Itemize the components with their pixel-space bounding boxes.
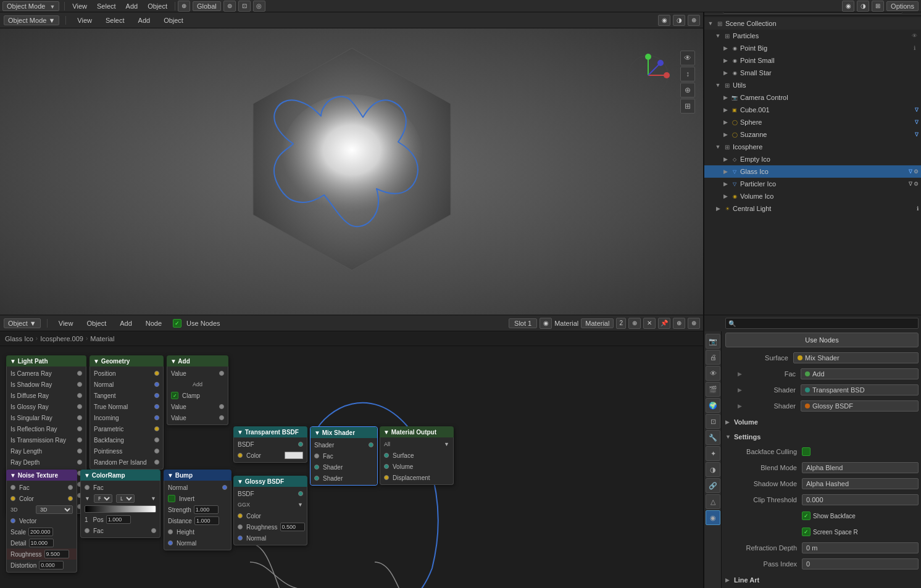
props-physics-icon[interactable]: ◑ <box>706 462 720 477</box>
noise-roughness-input[interactable] <box>44 550 69 558</box>
node-menu-select[interactable]: Object <box>81 318 111 328</box>
pass-index-value[interactable]: 0 <box>802 558 919 569</box>
tree-camera-control[interactable]: ▶ 📷 Camera Control <box>704 91 921 104</box>
noise-detail-input[interactable] <box>29 539 54 547</box>
tree-volume-ico[interactable]: ▶ ◉ Volume Ico <box>704 190 921 202</box>
vp-menu-add[interactable]: Add <box>133 15 156 25</box>
node-menu-add[interactable]: Add <box>115 318 137 328</box>
transform-icon[interactable]: ⊕ <box>178 1 190 12</box>
node-slot-icon[interactable]: ◉ <box>540 318 552 329</box>
props-data-icon[interactable]: △ <box>706 494 720 509</box>
noise-3d-select[interactable]: 3D <box>36 505 73 514</box>
transform-global[interactable]: Global <box>193 1 221 11</box>
props-search[interactable] <box>725 318 919 329</box>
tree-particles[interactable]: ▼ ⊞ Particles 👁 <box>704 30 921 42</box>
shadow-mode-value[interactable]: Alpha Hashed <box>802 478 919 489</box>
tree-scene-collection[interactable]: ▼ ⊞ Scene Collection <box>704 17 921 30</box>
viewport-gizmo[interactable] <box>623 51 673 100</box>
node-bump[interactable]: ▼ Bump Normal Invert Strength Distance <box>164 470 231 550</box>
props-world-icon[interactable]: 🌍 <box>706 398 720 413</box>
props-output-icon[interactable]: 🖨 <box>706 350 720 365</box>
noise-distortion-input[interactable] <box>39 561 64 569</box>
proportional-icon[interactable]: ◎ <box>253 1 265 12</box>
editor-type[interactable]: ⊞ <box>872 1 884 12</box>
use-nodes-btn[interactable]: Use Nodes <box>725 333 919 347</box>
tree-utils[interactable]: ▼ ⊞ Utils <box>704 79 921 91</box>
options-btn[interactable]: Options <box>886 1 919 11</box>
breadcrumb-0[interactable]: Glass Ico <box>5 335 33 342</box>
node-menu-node[interactable]: Node <box>141 318 167 328</box>
props-particles-icon[interactable]: ✦ <box>706 446 720 461</box>
breadcrumb-1[interactable]: Icosphere.009 <box>40 335 83 342</box>
surface-value[interactable]: Mix Shader <box>793 352 919 363</box>
node-menu-view[interactable]: View <box>54 318 78 328</box>
vp-render-mode2[interactable]: ◑ <box>673 15 685 26</box>
tree-empty-ico[interactable]: ▶ ◇ Empty Ico <box>704 153 921 165</box>
node-editor[interactable]: Object ▼ View Object Add Node ✓ Use Node… <box>0 315 704 588</box>
node-canvas[interactable]: ▼ Light Path Is Camera Ray Is Shadow Ray… <box>0 346 704 588</box>
shader2-value[interactable]: Glossy BSDF <box>801 400 919 412</box>
node-material-output[interactable]: ▼ Material Output All ▼ Surface Volume D <box>380 426 454 485</box>
viewport-icon-3[interactable]: ⊕ <box>680 83 695 97</box>
menu-select[interactable]: Select <box>92 1 121 11</box>
props-scene-icon[interactable]: 🎬 <box>706 382 720 397</box>
shader1-value[interactable]: Transparent BSD <box>801 384 919 395</box>
node-glossy-bsdf[interactable]: ▼ Glossy BSDF BSDF GGX ▼ Color Roughness <box>233 476 307 545</box>
node-right-icons[interactable]: ⊕ <box>673 318 685 329</box>
gl-roughness-input[interactable] <box>280 523 305 531</box>
viewport-shading[interactable]: ◑ <box>857 1 869 12</box>
cr-pos-input[interactable] <box>106 515 131 524</box>
mode-selector[interactable]: Object Mode ▼ <box>2 1 59 11</box>
show-backface-checkbox[interactable]: ✓ <box>802 511 811 520</box>
bump-strength-input[interactable] <box>194 505 219 514</box>
tree-glass-ico[interactable]: ▶ ▽ Glass Ico ∇ ⚙ <box>704 165 921 178</box>
clip-threshold-value[interactable]: 0.000 <box>802 494 919 505</box>
cr-linear-select[interactable]: Linear <box>116 494 135 503</box>
tree-small-star[interactable]: ▶ ◉ Small Star <box>704 67 921 79</box>
node-mix-shader[interactable]: ▼ Mix Shader Shader Fac Shader Shader <box>310 426 378 486</box>
vp-overlay-icon[interactable]: ⊕ <box>688 15 700 26</box>
tree-point-big[interactable]: ▶ ◉ Point Big ℹ <box>704 42 921 54</box>
node-transparent-bsdf[interactable]: ▼ Transparent BSDF BSDF Color <box>233 426 307 463</box>
snap-icon[interactable]: ⊡ <box>238 1 251 12</box>
vp-menu-select[interactable]: Select <box>101 15 130 25</box>
tree-point-small[interactable]: ▶ ◉ Point Small <box>704 54 921 67</box>
viewport-3d[interactable]: Object Mode ▼ View Select Add Object ◉ ◑… <box>0 12 704 315</box>
props-render-icon[interactable]: 📷 <box>706 334 720 349</box>
volume-section[interactable]: ▶ Volume <box>725 415 919 429</box>
menu-view[interactable]: View <box>67 1 92 11</box>
pivot-icon[interactable]: ⊚ <box>223 1 236 12</box>
blend-mode-value[interactable]: Alpha Blend <box>802 462 919 473</box>
vp-render-mode[interactable]: ◉ <box>658 15 670 26</box>
tree-cube001[interactable]: ▶ ▣ Cube.001 ∇ <box>704 104 921 116</box>
node-pin-icon[interactable]: 📌 <box>658 318 670 329</box>
node-noise-texture[interactable]: ▼ Noise Texture Fac Color 3D 3D <box>6 470 77 573</box>
node-add[interactable]: ▼ Add Value Add ✓ Clamp Value <box>167 355 228 425</box>
render-icon[interactable]: ◉ <box>842 1 854 12</box>
viewport-icon-1[interactable]: 👁 <box>680 51 695 65</box>
tree-sphere[interactable]: ▶ ◯ Sphere ∇ <box>704 116 921 128</box>
tree-icosphere[interactable]: ▼ ⊞ Icosphere <box>704 141 921 153</box>
viewport-icon-2[interactable]: ↕ <box>680 67 695 81</box>
menu-object[interactable]: Object <box>143 1 172 11</box>
bump-distance-input[interactable] <box>194 516 219 525</box>
node-mode-btn[interactable]: Object ▼ <box>4 318 41 328</box>
node-geometry[interactable]: ▼ Geometry Position Normal Tangent True … <box>90 355 164 470</box>
settings-section[interactable]: ▼ Settings <box>725 430 919 444</box>
tree-suzanne[interactable]: ▶ ◯ Suzanne ∇ <box>704 128 921 141</box>
slot-selector[interactable]: Slot 1 <box>509 318 537 328</box>
cr-rgb-select[interactable]: RGB <box>94 494 112 503</box>
screen-space-checkbox[interactable]: ✓ <box>802 528 811 536</box>
colorramp-bar[interactable] <box>85 505 156 513</box>
node-colorramp[interactable]: ▼ ColorRamp Fac ▼ RGB Linear ▼ 1 Pos <box>80 470 160 538</box>
fac-value[interactable]: Add <box>801 368 919 379</box>
node-del-icon[interactable]: ✕ <box>643 318 656 329</box>
tr-color-swatch[interactable] <box>285 452 303 459</box>
viewport-mode-btn[interactable]: Object Mode ▼ <box>4 15 59 25</box>
viewport-canvas[interactable]: 👁 ↕ ⊕ ⊞ <box>0 28 704 315</box>
props-modifier-icon[interactable]: 🔧 <box>706 430 720 445</box>
vp-menu-object[interactable]: Object <box>159 15 188 25</box>
props-material-icon[interactable]: ◉ <box>706 510 720 525</box>
props-view-icon[interactable]: 👁 <box>706 366 720 381</box>
use-nodes-checkbox[interactable]: ✓ <box>173 319 181 328</box>
